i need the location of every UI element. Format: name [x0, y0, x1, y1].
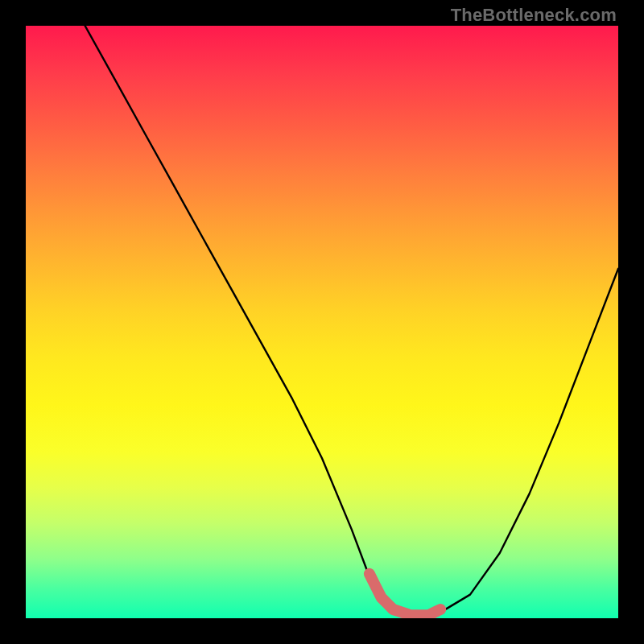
- bottleneck-curve: [85, 26, 618, 618]
- watermark-text: TheBottleneck.com: [451, 5, 617, 26]
- highlight-range: [369, 574, 440, 616]
- chart-frame: TheBottleneck.com: [0, 0, 644, 644]
- plot-area: [26, 26, 618, 618]
- curve-svg: [26, 26, 618, 618]
